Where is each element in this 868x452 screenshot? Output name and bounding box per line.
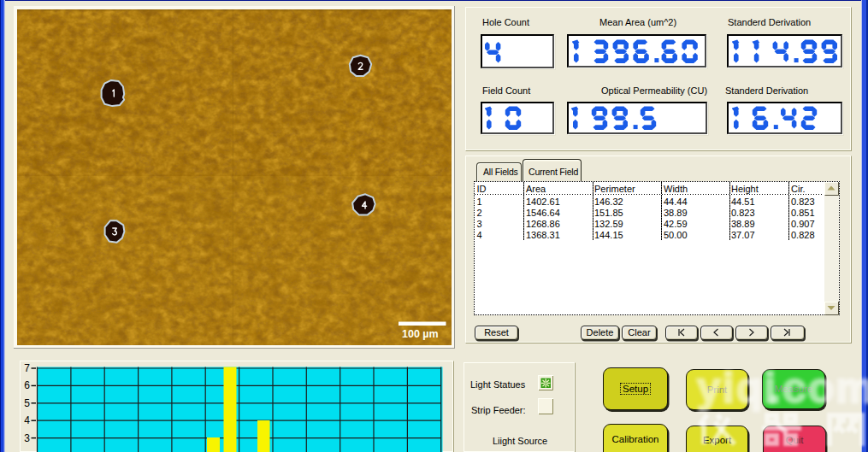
- svg-text:6: 6: [24, 379, 30, 391]
- svg-text:7: 7: [24, 362, 30, 374]
- svg-text:4: 4: [24, 414, 30, 426]
- svg-text:5: 5: [24, 397, 30, 409]
- svg-text:100 µm: 100 µm: [402, 328, 439, 340]
- svg-text:3: 3: [24, 432, 30, 444]
